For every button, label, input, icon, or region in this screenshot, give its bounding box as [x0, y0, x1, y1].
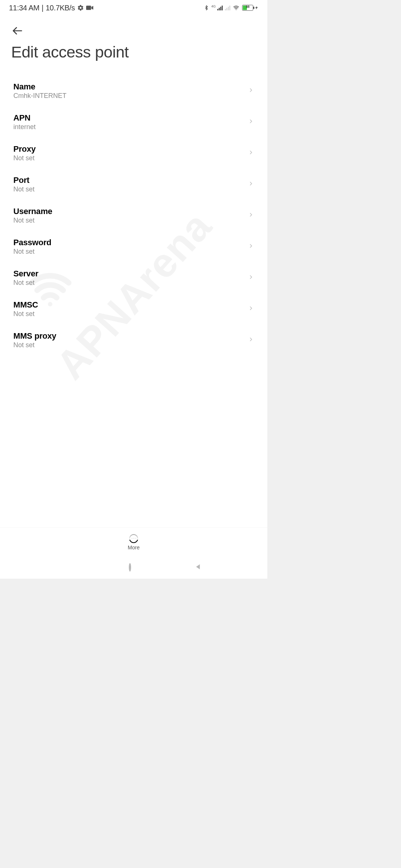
- item-apn[interactable]: APN internet: [0, 106, 267, 138]
- charging-icon: [255, 5, 258, 11]
- item-name[interactable]: Name Cmhk-INTERNET: [0, 75, 267, 106]
- item-mms-proxy[interactable]: MMS proxy Not set: [0, 325, 267, 356]
- svg-rect-1: [86, 6, 91, 10]
- battery-icon: 38: [242, 5, 253, 11]
- item-value: Not set: [13, 310, 38, 318]
- bluetooth-icon: [204, 4, 209, 11]
- list-fade-overlay: [0, 525, 267, 540]
- item-value: Not set: [13, 341, 56, 349]
- item-label: Server: [13, 269, 38, 279]
- page-header: Edit access point: [0, 16, 267, 61]
- status-bar: 11:34 AM | 10.7KB/s 4G 38: [0, 0, 267, 16]
- status-separator: |: [42, 4, 43, 12]
- item-value: Not set: [13, 279, 38, 287]
- camera-icon: [86, 5, 94, 10]
- item-value: Cmhk-INTERNET: [13, 92, 66, 100]
- item-mmsc[interactable]: MMSC Not set: [0, 293, 267, 325]
- nav-back-button[interactable]: [195, 563, 202, 572]
- item-port[interactable]: Port Not set: [0, 169, 267, 200]
- arrow-left-icon: [12, 25, 23, 38]
- chevron-right-icon: [248, 149, 254, 157]
- item-label: APN: [13, 113, 36, 123]
- signal-sim2-icon: [225, 5, 231, 10]
- item-username[interactable]: Username Not set: [0, 200, 267, 231]
- item-proxy[interactable]: Proxy Not set: [0, 138, 267, 169]
- item-value: internet: [13, 123, 36, 131]
- chevron-right-icon: [248, 181, 254, 188]
- page-title: Edit access point: [11, 43, 256, 61]
- chevron-right-icon: [248, 336, 254, 344]
- item-value: Not set: [13, 154, 36, 162]
- settings-list: Name Cmhk-INTERNET APN internet Proxy No…: [0, 75, 267, 356]
- chevron-right-icon: [248, 274, 254, 282]
- back-button[interactable]: [10, 23, 25, 40]
- chevron-right-icon: [248, 87, 254, 95]
- item-label: Username: [13, 207, 52, 216]
- navigation-bar: [0, 556, 267, 579]
- circle-icon: [129, 564, 131, 571]
- item-value: Not set: [13, 185, 35, 193]
- item-value: Not set: [13, 248, 51, 256]
- wifi-icon: [232, 5, 240, 11]
- triangle-left-icon: [195, 563, 202, 572]
- item-password[interactable]: Password Not set: [0, 231, 267, 262]
- item-label: MMSC: [13, 300, 38, 310]
- svg-point-2: [236, 9, 237, 10]
- chevron-right-icon: [248, 212, 254, 219]
- chevron-right-icon: [248, 118, 254, 126]
- status-net-speed: 10.7KB/s: [46, 4, 75, 12]
- signal-label-4g: 4G: [211, 4, 216, 8]
- chevron-right-icon: [248, 243, 254, 250]
- item-label: Password: [13, 238, 51, 247]
- nav-home-button[interactable]: [129, 564, 131, 571]
- item-label: Proxy: [13, 144, 36, 154]
- gear-icon: [77, 4, 84, 11]
- item-label: Port: [13, 175, 35, 185]
- item-label: Name: [13, 82, 66, 92]
- item-value: Not set: [13, 217, 52, 224]
- item-label: MMS proxy: [13, 331, 56, 341]
- more-label: More: [128, 545, 140, 550]
- item-server[interactable]: Server Not set: [0, 262, 267, 293]
- chevron-right-icon: [248, 305, 254, 313]
- signal-sim1-icon: [217, 5, 223, 10]
- status-time: 11:34 AM: [9, 4, 39, 12]
